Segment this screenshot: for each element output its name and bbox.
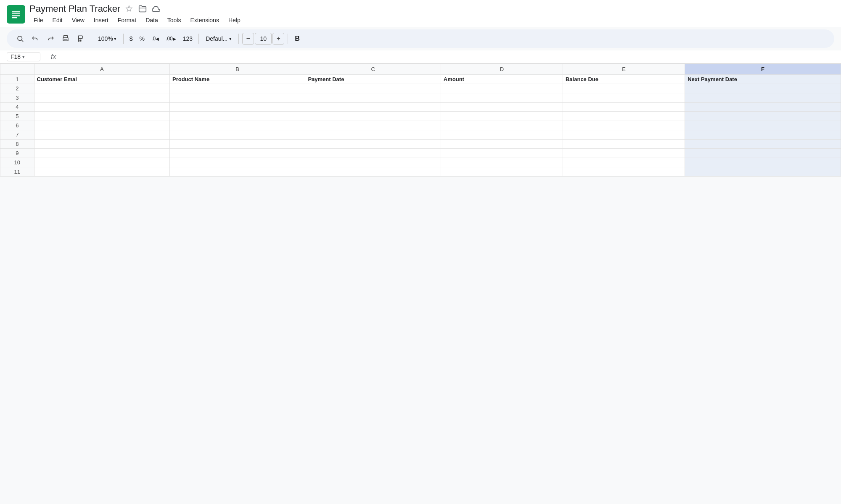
cell-e11[interactable] <box>563 167 685 177</box>
cell-f10[interactable] <box>685 158 841 167</box>
font-size-decrease-button[interactable]: − <box>242 33 254 45</box>
menu-edit[interactable]: Edit <box>48 15 67 25</box>
cell-b10[interactable] <box>170 158 305 167</box>
cell-b11[interactable] <box>170 167 305 177</box>
menu-insert[interactable]: Insert <box>90 15 113 25</box>
cell-d9[interactable] <box>441 149 563 158</box>
cell-b9[interactable] <box>170 149 305 158</box>
cell-e8[interactable] <box>563 140 685 149</box>
menu-extensions[interactable]: Extensions <box>186 15 223 25</box>
col-header-b[interactable]: B <box>170 64 305 75</box>
col-header-c[interactable]: C <box>305 64 441 75</box>
decimal-dec-button[interactable]: .0◀ <box>149 34 161 43</box>
menu-view[interactable]: View <box>68 15 89 25</box>
percent-button[interactable]: % <box>137 34 147 44</box>
cell-d11[interactable] <box>441 167 563 177</box>
print-button[interactable] <box>59 32 72 45</box>
cell-d6[interactable] <box>441 121 563 130</box>
cell-e4[interactable] <box>563 103 685 112</box>
cloud-icon[interactable] <box>151 4 161 13</box>
cell-e7[interactable] <box>563 130 685 140</box>
formula-bar[interactable] <box>63 53 834 60</box>
cell-c10[interactable] <box>305 158 441 167</box>
cell-e10[interactable] <box>563 158 685 167</box>
bold-button[interactable]: B <box>291 33 303 44</box>
cell-f6[interactable] <box>685 121 841 130</box>
cell-a11[interactable] <box>34 167 169 177</box>
col-header-a[interactable]: A <box>34 64 169 75</box>
cell-a8[interactable] <box>34 140 169 149</box>
cell-d8[interactable] <box>441 140 563 149</box>
folder-icon[interactable] <box>138 4 147 13</box>
cell-e9[interactable] <box>563 149 685 158</box>
cell-e5[interactable] <box>563 112 685 121</box>
cell-a3[interactable] <box>34 93 169 103</box>
zoom-selector[interactable]: 100% ▾ <box>95 34 120 43</box>
currency-button[interactable]: $ <box>127 34 135 44</box>
cell-d4[interactable] <box>441 103 563 112</box>
font-size-value[interactable]: 10 <box>255 33 272 45</box>
menu-tools[interactable]: Tools <box>163 15 185 25</box>
cell-a9[interactable] <box>34 149 169 158</box>
cell-f5[interactable] <box>685 112 841 121</box>
header-cell-a1[interactable]: Customer Emai <box>34 75 169 84</box>
cell-a7[interactable] <box>34 130 169 140</box>
cell-b6[interactable] <box>170 121 305 130</box>
cell-e6[interactable] <box>563 121 685 130</box>
cell-c5[interactable] <box>305 112 441 121</box>
cell-a6[interactable] <box>34 121 169 130</box>
cell-b8[interactable] <box>170 140 305 149</box>
cell-d3[interactable] <box>441 93 563 103</box>
cell-ref-box[interactable]: F18 ▾ <box>7 52 40 61</box>
cell-c6[interactable] <box>305 121 441 130</box>
cell-a5[interactable] <box>34 112 169 121</box>
decimal-inc-button[interactable]: .00▶ <box>163 34 179 43</box>
cell-f8[interactable] <box>685 140 841 149</box>
cell-d5[interactable] <box>441 112 563 121</box>
cell-c11[interactable] <box>305 167 441 177</box>
cell-c4[interactable] <box>305 103 441 112</box>
cell-c8[interactable] <box>305 140 441 149</box>
cell-e3[interactable] <box>563 93 685 103</box>
cell-d2[interactable] <box>441 84 563 93</box>
font-size-increase-button[interactable]: + <box>272 33 284 45</box>
cell-f11[interactable] <box>685 167 841 177</box>
header-cell-d1[interactable]: Amount <box>441 75 563 84</box>
cell-a4[interactable] <box>34 103 169 112</box>
cell-f3[interactable] <box>685 93 841 103</box>
header-cell-b1[interactable]: Product Name <box>170 75 305 84</box>
header-cell-e1[interactable]: Balance Due <box>563 75 685 84</box>
menu-help[interactable]: Help <box>224 15 245 25</box>
menu-file[interactable]: File <box>29 15 48 25</box>
header-cell-f1[interactable]: Next Payment Date <box>685 75 841 84</box>
font-selector[interactable]: Defaul... ▾ <box>202 34 235 43</box>
col-header-d[interactable]: D <box>441 64 563 75</box>
cell-a10[interactable] <box>34 158 169 167</box>
cell-f4[interactable] <box>685 103 841 112</box>
cell-c3[interactable] <box>305 93 441 103</box>
col-header-f[interactable]: F <box>685 64 841 75</box>
cell-f2[interactable] <box>685 84 841 93</box>
cell-c7[interactable] <box>305 130 441 140</box>
cell-e2[interactable] <box>563 84 685 93</box>
col-header-e[interactable]: E <box>563 64 685 75</box>
cell-c9[interactable] <box>305 149 441 158</box>
cell-b2[interactable] <box>170 84 305 93</box>
undo-button[interactable] <box>29 32 42 45</box>
cell-f9[interactable] <box>685 149 841 158</box>
star-icon[interactable]: ☆ <box>124 4 134 13</box>
cell-d10[interactable] <box>441 158 563 167</box>
paint-format-button[interactable] <box>74 32 87 45</box>
search-button[interactable] <box>13 32 27 45</box>
menu-data[interactable]: Data <box>141 15 162 25</box>
menu-format[interactable]: Format <box>114 15 140 25</box>
cell-b4[interactable] <box>170 103 305 112</box>
header-cell-c1[interactable]: Payment Date <box>305 75 441 84</box>
cell-b5[interactable] <box>170 112 305 121</box>
number-format-button[interactable]: 123 <box>180 34 195 44</box>
cell-f7[interactable] <box>685 130 841 140</box>
cell-a2[interactable] <box>34 84 169 93</box>
cell-b3[interactable] <box>170 93 305 103</box>
redo-button[interactable] <box>44 32 57 45</box>
cell-c2[interactable] <box>305 84 441 93</box>
